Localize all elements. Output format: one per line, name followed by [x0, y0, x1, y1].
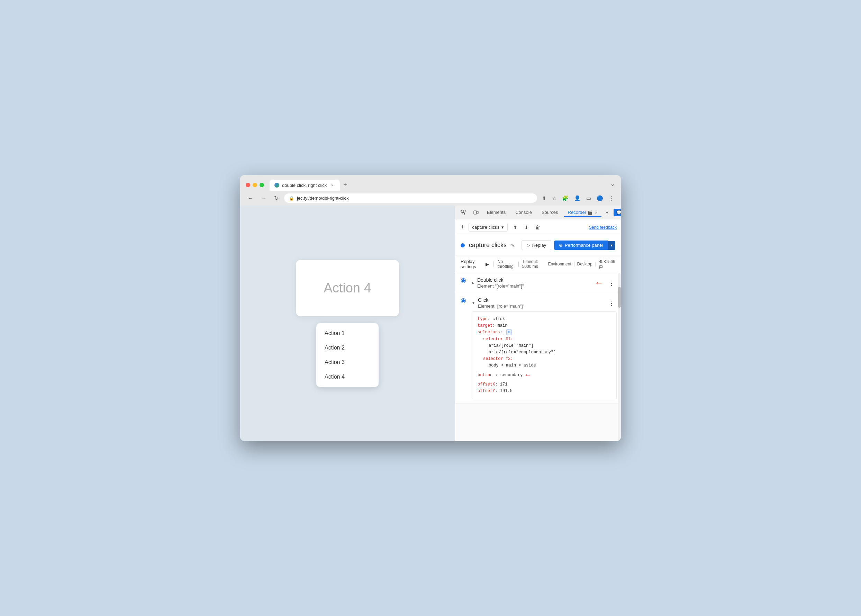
timeline: ▶ Double click Element "[role="main"]" ←…: [455, 273, 621, 404]
main-content: Action 4 Action 1 Action 2 Action 3 Acti…: [240, 206, 621, 441]
code-block: type: click target: main selectors: ⊞ se…: [472, 311, 617, 399]
settings-right: Environment Desktop | 458×566 px: [548, 259, 615, 269]
menu-item-action4[interactable]: Action 4: [316, 369, 379, 384]
code-selectors-key: selectors: [478, 330, 500, 335]
selector-icon: ⊞: [506, 330, 512, 335]
tab-favicon: [275, 183, 279, 187]
back-button[interactable]: ←: [246, 194, 255, 203]
more-options-icon[interactable]: ⋮: [607, 194, 615, 203]
device-toolbar-button[interactable]: [470, 207, 481, 217]
close-window-button[interactable]: [246, 183, 250, 187]
recording-selector[interactable]: capture clicks ▾: [468, 223, 508, 231]
recording-name: capture clicks: [472, 225, 500, 230]
code-offsety-key: offsetY: [478, 389, 495, 393]
tab-recorder[interactable]: Recorder 🎬 ×: [564, 207, 602, 217]
replay-button[interactable]: ▷ Replay: [522, 240, 551, 250]
tab-title: double click, right click: [282, 183, 327, 188]
export-button[interactable]: ⬆: [511, 223, 520, 232]
address-icons: ⬆ ☆ 🧩 👤 ▭ 🔵 ⋮: [540, 194, 615, 203]
throttling-value: No throttling: [498, 259, 515, 269]
recording-dot: [460, 243, 465, 247]
scrollbar-thumb[interactable]: [618, 287, 621, 308]
devtools-tabs: Elements Console Sources Recorder 🎬 × » …: [455, 206, 621, 219]
step-expand-2[interactable]: ▼: [472, 301, 475, 305]
settings-divider: [493, 261, 493, 267]
env-divider: [574, 262, 575, 267]
minimize-window-button[interactable]: [253, 183, 257, 187]
new-tab-button[interactable]: +: [340, 179, 350, 191]
import-button[interactable]: ⬇: [522, 223, 531, 232]
step-title-row-2: ▼ Click Element "[role="main"]": [472, 297, 524, 309]
red-arrow-1: ←: [594, 278, 603, 288]
step-info-1: Double click Element "[role="main"]": [477, 277, 523, 289]
url-text: jec.fyi/demo/dbl-right-click: [297, 195, 532, 201]
add-recording-button[interactable]: +: [459, 222, 466, 232]
red-arrow-2: ←: [525, 369, 530, 381]
code-aria2: aria/[role="complementary"]: [489, 350, 556, 355]
tab-sources[interactable]: Sources: [537, 207, 562, 217]
code-button-key: button: [478, 372, 492, 379]
more-tabs-button[interactable]: »: [603, 207, 611, 217]
tab-close-button[interactable]: ×: [330, 182, 335, 188]
sidebar-icon[interactable]: ▭: [585, 194, 592, 203]
context-menu: Action 1 Action 2 Action 3 Action 4: [316, 323, 379, 387]
devtools-panel: Elements Console Sources Recorder 🎬 × » …: [455, 206, 621, 441]
code-type-key: type: [478, 317, 488, 322]
url-bar[interactable]: 🔒 jec.fyi/demo/dbl-right-click: [284, 193, 537, 203]
step-element-2: Element "[role="main"]": [478, 303, 524, 309]
title-bar: double click, right click × + ⌄: [240, 175, 621, 191]
send-feedback-link[interactable]: Send feedback: [589, 225, 617, 230]
toolbar-icons: ⬆ ⬇ 🗑: [511, 223, 543, 232]
recording-header: capture clicks ✎ ▷ Replay ⊕ Performance …: [455, 235, 621, 255]
svg-rect-1: [474, 211, 476, 214]
step-header-2: ▼ Click Element "[role="main"]" ⋮: [472, 297, 617, 309]
scrollbar-track: [618, 273, 621, 441]
chevron-down-icon: ▾: [501, 225, 504, 230]
menu-item-action2[interactable]: Action 2: [316, 341, 379, 355]
step-element-1: Element "[role="main"]": [477, 283, 523, 289]
resolution-value: 458×566 px: [599, 259, 615, 269]
performance-panel-dropdown[interactable]: ▾: [608, 241, 615, 250]
replay-settings-title[interactable]: Replay settings ▶: [460, 259, 489, 269]
step-expand-1[interactable]: ▶: [472, 281, 474, 285]
tab-elements[interactable]: Elements: [483, 207, 510, 217]
step-more-2[interactable]: ⋮: [606, 299, 617, 308]
extension-icon[interactable]: 🧩: [561, 194, 570, 203]
action4-card: Action 4: [296, 260, 399, 316]
page-content: Action 4 Action 1 Action 2 Action 3 Acti…: [296, 260, 399, 387]
avatar-icon[interactable]: 🔵: [595, 194, 605, 203]
edit-title-icon[interactable]: ✎: [511, 243, 515, 248]
window-controls: ⌄: [610, 180, 615, 190]
lock-icon: 🔒: [289, 196, 294, 201]
chat-badge[interactable]: 💬 1: [614, 209, 621, 216]
tab-bar: double click, right click × +: [270, 179, 606, 191]
share-icon[interactable]: ⬆: [540, 194, 548, 203]
settings-left: Replay settings ▶ No throttling | Timeou…: [460, 259, 548, 269]
active-tab[interactable]: double click, right click ×: [270, 180, 340, 191]
play-icon: ▷: [527, 243, 530, 248]
performance-panel-button[interactable]: ⊕ Performance panel: [554, 240, 608, 250]
fullscreen-window-button[interactable]: [259, 183, 264, 187]
reload-button[interactable]: ↻: [272, 193, 281, 203]
profile-icon[interactable]: 👤: [573, 194, 582, 203]
recording-title: capture clicks: [469, 242, 507, 249]
menu-item-action1[interactable]: Action 1: [316, 326, 379, 341]
webpage-area: Action 4 Action 1 Action 2 Action 3 Acti…: [240, 206, 455, 441]
delete-button[interactable]: 🗑: [533, 223, 543, 232]
address-bar: ← → ↻ 🔒 jec.fyi/demo/dbl-right-click ⬆ ☆…: [240, 191, 621, 206]
browser-window: double click, right click × + ⌄ ← → ↻ 🔒 …: [240, 175, 621, 441]
step-title-row-1: ▶ Double click Element "[role="main"]": [472, 277, 523, 289]
step-more-1[interactable]: ⋮: [606, 278, 617, 288]
performance-icon: ⊕: [559, 243, 563, 248]
tab-recorder-close[interactable]: ×: [595, 211, 597, 215]
bookmark-icon[interactable]: ☆: [551, 194, 558, 203]
step-name-1: Double click: [477, 277, 523, 283]
action4-label: Action 4: [324, 281, 371, 295]
code-aria1: aria/[role="main"]: [489, 343, 534, 348]
traffic-lights: [246, 183, 264, 187]
menu-item-action3[interactable]: Action 3: [316, 355, 379, 369]
forward-button[interactable]: →: [259, 194, 269, 203]
inspect-element-button[interactable]: [458, 207, 469, 217]
desktop-label: Desktop: [577, 262, 592, 267]
tab-console[interactable]: Console: [511, 207, 536, 217]
